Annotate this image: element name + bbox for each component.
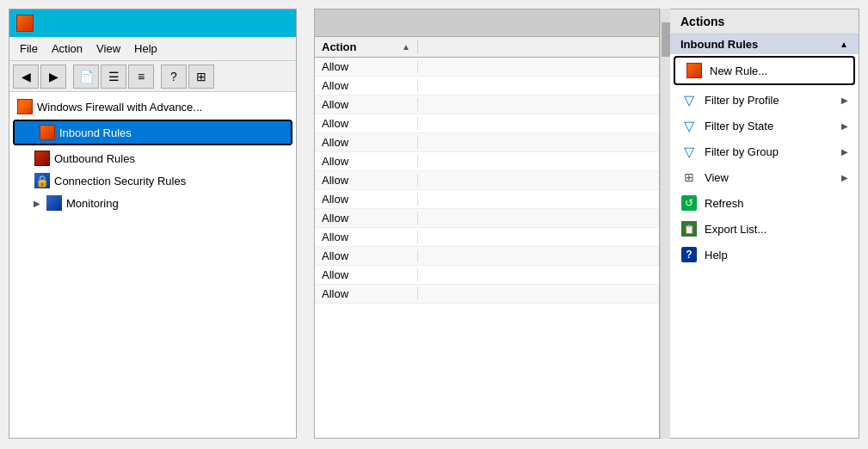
cell-action-10: Allow: [315, 249, 418, 262]
filter-icon: ▽: [684, 92, 694, 108]
back-button[interactable]: ◀: [13, 65, 39, 89]
menu-action[interactable]: Action: [45, 40, 89, 58]
filter-state-item[interactable]: ▽ Filter by State ▶: [670, 113, 859, 138]
filter-profile-label: Filter by Profile: [705, 94, 779, 107]
new-rule-icon: [686, 62, 703, 79]
content-header: [315, 9, 659, 37]
cell-action-0: Allow: [315, 60, 418, 73]
table-header: Action ▲: [315, 37, 659, 58]
submenu-arrow-4: ▶: [841, 173, 848, 182]
properties-button[interactable]: ⊞: [188, 65, 214, 89]
filter-group-label: Filter by Group: [705, 145, 779, 158]
view-item[interactable]: ⊞ View ▶: [670, 164, 859, 190]
table-row[interactable]: Allow: [315, 247, 659, 266]
submenu-arrow-2: ▶: [841, 121, 848, 131]
up-button[interactable]: 📄: [73, 65, 99, 89]
view-label: View: [705, 171, 729, 184]
right-panel: Action ▲ Allow Allow Allow Allow Allow A…: [314, 9, 859, 439]
table-area: Action ▲ Allow Allow Allow Allow Allow A…: [315, 37, 659, 438]
actions-section-inbound[interactable]: Inbound Rules ▲: [670, 34, 859, 54]
tree-root-label: Windows Firewall with Advance...: [37, 101, 202, 114]
scrollbar[interactable]: [660, 9, 670, 439]
action-column-header[interactable]: Action ▲: [315, 40, 418, 53]
cell-action-11: Allow: [315, 268, 418, 281]
action-col-label: Action: [322, 40, 356, 53]
table-row[interactable]: Allow: [315, 95, 659, 114]
menu-view[interactable]: View: [89, 40, 127, 58]
tree-connection-label: Connection Security Rules: [54, 175, 186, 188]
menu-help[interactable]: Help: [127, 40, 164, 58]
cell-action-3: Allow: [315, 117, 418, 130]
filter-icon-3: ▽: [684, 144, 694, 160]
filter-group-item[interactable]: ▽ Filter by Group ▶: [670, 138, 859, 164]
tree-area: Windows Firewall with Advance... Inbound…: [9, 92, 296, 438]
cell-action-8: Allow: [315, 212, 418, 224]
filter-state-label: Filter by State: [705, 120, 773, 132]
scroll-thumb[interactable]: [662, 22, 670, 57]
collapse-arrow: ▲: [840, 40, 848, 49]
outbound-icon: [34, 150, 51, 167]
filter-group-icon: ▽: [680, 143, 698, 160]
cell-action-5: Allow: [315, 155, 418, 168]
table-row[interactable]: Allow: [315, 133, 659, 152]
table-row[interactable]: Allow: [315, 77, 659, 95]
table-row[interactable]: Allow: [315, 152, 659, 171]
list-button[interactable]: ≡: [128, 65, 154, 89]
cell-action-7: Allow: [315, 193, 418, 206]
tree-monitoring-label: Monitoring: [66, 197, 119, 210]
view-icon: ⊞: [680, 169, 698, 186]
help-toolbar-button[interactable]: ?: [161, 65, 187, 89]
cell-action-4: Allow: [315, 136, 418, 149]
actions-panel-title: Actions: [670, 9, 859, 34]
tree-root[interactable]: Windows Firewall with Advance...: [9, 95, 296, 118]
table-row[interactable]: Allow: [315, 266, 659, 285]
forward-button[interactable]: ▶: [40, 65, 66, 89]
export-icon: 📋: [680, 220, 698, 237]
inbound-icon: [39, 124, 56, 141]
monitoring-icon: [46, 194, 63, 212]
table-row[interactable]: Allow: [315, 209, 659, 228]
show-hide-button[interactable]: ☰: [101, 65, 126, 89]
help-item[interactable]: ? Help: [670, 242, 859, 268]
actions-section-label: Inbound Rules: [680, 38, 758, 51]
tree-outbound-rules[interactable]: Outbound Rules: [9, 147, 296, 169]
view-icon-glyph: ⊞: [684, 170, 694, 184]
main-content: Action ▲ Allow Allow Allow Allow Allow A…: [314, 9, 660, 439]
filter-icon-2: ▽: [684, 118, 694, 134]
tree-inbound-rules[interactable]: Inbound Rules: [15, 121, 291, 144]
inbound-rules-highlight: Inbound Rules: [13, 120, 292, 145]
refresh-item[interactable]: ↺ Refresh: [670, 190, 859, 216]
table-row[interactable]: Allow: [315, 228, 659, 247]
new-rule-item[interactable]: New Rule...: [675, 58, 853, 83]
cell-action-1: Allow: [315, 79, 418, 92]
table-row[interactable]: Allow: [315, 285, 659, 304]
cell-action-12: Allow: [315, 287, 418, 300]
menu-bar: File Action View Help: [9, 37, 296, 61]
tree-inbound-label: Inbound Rules: [59, 126, 132, 139]
help-label: Help: [705, 249, 728, 261]
filter-profile-item[interactable]: ▽ Filter by Profile ▶: [670, 87, 859, 113]
cell-action-6: Allow: [315, 174, 418, 187]
table-row[interactable]: Allow: [315, 114, 659, 133]
help-icon: ?: [680, 246, 698, 263]
toolbar: ◀ ▶ 📄 ☰ ≡ ? ⊞: [9, 61, 296, 92]
filter-profile-icon: ▽: [680, 91, 698, 108]
table-row[interactable]: Allow: [315, 190, 659, 209]
firewall-icon: [16, 98, 34, 115]
filter-state-icon: ▽: [680, 117, 698, 134]
export-label: Export List...: [705, 223, 766, 236]
connection-icon: 🔒: [34, 172, 51, 189]
tree-monitoring[interactable]: ▶ Monitoring: [9, 192, 296, 214]
titlebar: [9, 9, 296, 37]
refresh-icon: ↺: [680, 194, 698, 212]
menu-file[interactable]: File: [13, 40, 45, 58]
cell-action-2: Allow: [315, 98, 418, 111]
submenu-arrow-3: ▶: [841, 147, 848, 157]
export-list-item[interactable]: 📋 Export List...: [670, 216, 859, 242]
table-row[interactable]: Allow: [315, 171, 659, 190]
left-panel: File Action View Help ◀ ▶ 📄 ☰ ≡ ? ⊞ Wind…: [9, 9, 297, 439]
table-row[interactable]: Allow: [315, 58, 659, 77]
tree-connection-security[interactable]: 🔒 Connection Security Rules: [9, 169, 296, 192]
actions-panel: Actions Inbound Rules ▲ New Rule... ▽ Fi…: [670, 9, 859, 439]
tree-outbound-label: Outbound Rules: [54, 152, 135, 165]
